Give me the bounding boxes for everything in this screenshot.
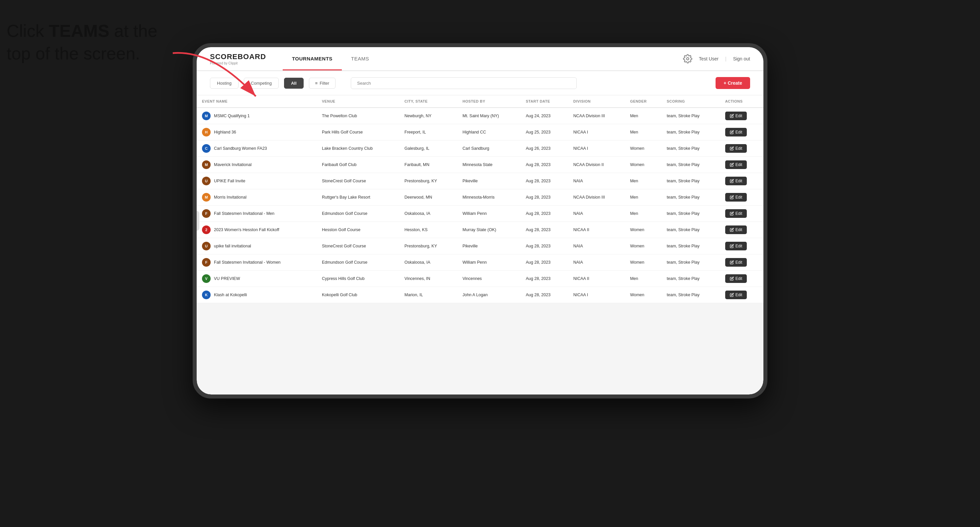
date-cell-2: Aug 26, 2023 [520, 140, 568, 157]
col-event-name: EVENT NAME [197, 95, 317, 108]
instruction-line1: Click TEAMS at the [6, 21, 158, 41]
date-cell-4: Aug 28, 2023 [520, 173, 568, 189]
edit-icon-5 [730, 195, 734, 199]
filter-icon-btn[interactable]: ≡ Filter [309, 78, 336, 89]
gender-cell-1: Men [625, 124, 662, 140]
scoring-cell-6: team, Stroke Play [662, 206, 720, 222]
tablet-frame: SCOREBOARD Powered by Clippit TOURNAMENT… [192, 43, 767, 398]
division-cell-11: NICAA I [568, 287, 625, 303]
edit-button-6[interactable]: Edit [725, 209, 747, 218]
division-cell-3: NCAA Division II [568, 157, 625, 173]
event-name-cell-9: F Fall Statesmen Invitational - Women [197, 254, 317, 271]
filter-label: Filter [320, 81, 329, 86]
scoring-cell-7: team, Stroke Play [662, 222, 720, 238]
all-filter-btn[interactable]: All [284, 78, 304, 89]
col-gender: GENDER [625, 95, 662, 108]
edit-button-1[interactable]: Edit [725, 128, 747, 137]
side-indicator [197, 211, 199, 231]
gender-cell-9: Women [625, 254, 662, 271]
sign-out-link[interactable]: Sign out [733, 56, 750, 62]
team-icon-10: V [202, 274, 211, 283]
division-cell-2: NICAA I [568, 140, 625, 157]
edit-button-2[interactable]: Edit [725, 144, 747, 153]
hosted-cell-6: William Penn [457, 206, 520, 222]
city-cell-1: Freeport, IL [399, 124, 457, 140]
gender-cell-2: Women [625, 140, 662, 157]
date-cell-11: Aug 28, 2023 [520, 287, 568, 303]
edit-button-4[interactable]: Edit [725, 177, 747, 185]
filter-icon: ≡ [315, 81, 318, 86]
scoring-cell-2: team, Stroke Play [662, 140, 720, 157]
event-name-6: Fall Statesmen Invitational - Men [214, 211, 274, 216]
city-cell-6: Oskaloosa, IA [399, 206, 457, 222]
city-cell-10: Vincennes, IN [399, 271, 457, 287]
tab-tournaments[interactable]: TOURNAMENTS [283, 48, 342, 70]
division-cell-5: NCAA Division III [568, 189, 625, 206]
hosted-cell-8: Pikeville [457, 238, 520, 254]
table-row: K Klash at Kokopelli Kokopelli Golf Club… [197, 287, 764, 303]
edit-button-10[interactable]: Edit [725, 274, 747, 283]
scoring-cell-5: team, Stroke Play [662, 189, 720, 206]
city-cell-8: Prestonsburg, KY [399, 238, 457, 254]
division-cell-10: NICAA II [568, 271, 625, 287]
logo-text: SCOREBOARD [210, 52, 266, 61]
team-icon-4: U [202, 177, 211, 185]
tablet-screen: SCOREBOARD Powered by Clippit TOURNAMENT… [197, 47, 764, 395]
edit-button-8[interactable]: Edit [725, 242, 747, 251]
date-cell-9: Aug 28, 2023 [520, 254, 568, 271]
date-cell-5: Aug 28, 2023 [520, 189, 568, 206]
competing-filter-btn[interactable]: Competing [244, 78, 279, 89]
team-icon-6: F [202, 209, 211, 218]
edit-button-0[interactable]: Edit [725, 111, 747, 120]
event-name-cell-7: 2 2023 Women's Hesston Fall Kickoff [197, 222, 317, 238]
scoring-cell-4: team, Stroke Play [662, 173, 720, 189]
edit-icon-8 [730, 244, 734, 248]
instruction-text: Click TEAMS at the top of the screen. [6, 20, 158, 65]
pipe-separator: | [725, 56, 727, 62]
actions-cell-4: Edit [720, 173, 764, 189]
venue-cell-7: Hesston Golf Course [317, 222, 399, 238]
team-icon-11: K [202, 290, 211, 299]
hosting-filter-btn[interactable]: Hosting [210, 78, 239, 89]
event-name-cell-8: U upike fall invitational [197, 238, 317, 254]
actions-cell-10: Edit [720, 271, 764, 287]
settings-icon[interactable] [683, 54, 692, 63]
venue-cell-0: The Powelton Club [317, 108, 399, 124]
create-button[interactable]: + Create [716, 77, 750, 89]
hosted-cell-11: John A Logan [457, 287, 520, 303]
event-name-cell-6: F Fall Statesmen Invitational - Men [197, 206, 317, 222]
header-right: Test User | Sign out [683, 54, 750, 63]
edit-button-3[interactable]: Edit [725, 160, 747, 169]
nav-tabs: TOURNAMENTS TEAMS [283, 48, 683, 70]
edit-icon-9 [730, 260, 734, 264]
logo-sub: Powered by Clippit [210, 62, 266, 65]
edit-button-11[interactable]: Edit [725, 290, 747, 299]
edit-button-5[interactable]: Edit [725, 193, 747, 202]
logo-area: SCOREBOARD Powered by Clippit [210, 52, 266, 65]
gender-cell-10: Men [625, 271, 662, 287]
gender-cell-7: Women [625, 222, 662, 238]
user-name: Test User [699, 56, 719, 62]
edit-icon-3 [730, 163, 734, 167]
edit-button-7[interactable]: Edit [725, 225, 747, 234]
division-cell-0: NCAA Division III [568, 108, 625, 124]
header-row: EVENT NAME VENUE CITY, STATE HOSTED BY S… [197, 95, 764, 108]
edit-button-9[interactable]: Edit [725, 258, 747, 267]
scoring-cell-11: team, Stroke Play [662, 287, 720, 303]
city-cell-4: Prestonsburg, KY [399, 173, 457, 189]
table-row: M Morris Invitational Ruttger's Bay Lake… [197, 189, 764, 206]
date-cell-6: Aug 28, 2023 [520, 206, 568, 222]
division-cell-8: NAIA [568, 238, 625, 254]
actions-cell-7: Edit [720, 222, 764, 238]
date-cell-10: Aug 28, 2023 [520, 271, 568, 287]
hosted-cell-1: Highland CC [457, 124, 520, 140]
city-cell-7: Hesston, KS [399, 222, 457, 238]
gender-cell-3: Women [625, 157, 662, 173]
hosted-cell-2: Carl Sandburg [457, 140, 520, 157]
city-cell-3: Faribault, MN [399, 157, 457, 173]
search-input[interactable] [351, 77, 577, 89]
edit-icon-7 [730, 228, 734, 232]
tab-teams[interactable]: TEAMS [342, 48, 379, 70]
gender-cell-4: Men [625, 173, 662, 189]
table-row: U upike fall invitational StoneCrest Gol… [197, 238, 764, 254]
